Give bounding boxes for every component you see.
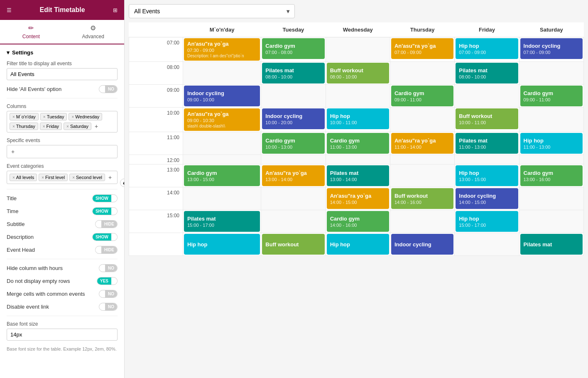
event-indoor-fri-14[interactable]: Indoor cycling 14:00 - 15:00 [456,188,518,209]
title-toggle[interactable]: SHOW [92,194,118,202]
specific-events-tags: + [7,145,118,158]
cell-wed-15: Cardio gym 14:00 - 16:00 [326,210,390,233]
event-pilates-tue-08[interactable]: Pilates mat 08:00 - 10:00 [262,63,324,83]
event-cardio-tue-07[interactable]: Cardio gym 07:00 - 08:00 [262,38,324,59]
subtitle-toggle[interactable]: HIDE [95,220,118,228]
event-title: Cardio gym [265,137,321,144]
event-buff-fri-10[interactable]: Buff workout 10:00 - 11:00 [456,108,518,129]
base-font-size-input[interactable] [7,329,118,341]
event-buff-tue-16[interactable]: Buff workout [262,234,324,255]
event-title: Cardio gym [524,90,579,96]
event-anasura-tue-13[interactable]: An'asu"ra yo`ga 13:00 - 14:00 [262,165,324,186]
event-title: An'asu"ra yo`ga [330,193,386,199]
event-anasura-mon-10[interactable]: An'asu"ra yo`ga 09:00 - 10:30 slash\ dou… [184,108,260,131]
tag-tuesday-label: Tuesday [47,114,64,119]
grid-icon[interactable]: ⊞ [113,7,118,13]
tag-wednesday-x[interactable]: × [71,115,74,119]
event-buff-wed-08[interactable]: Buff workout 08:00 - 10:00 [327,63,389,83]
tag-monday[interactable]: × M`o'n'day [10,113,39,120]
event-indoor-tue-10[interactable]: Indoor cycling 10:00 - 20:00 [262,108,324,129]
hide-all-events-toggle[interactable]: NO [99,85,118,93]
event-hiphop-mon-16[interactable]: Hip hop [184,234,260,255]
tag-all-levels-x[interactable]: × [12,175,15,180]
disable-event-link-row: Disable event link NO [7,303,118,311]
tag-thursday[interactable]: × Thursday [10,123,38,130]
event-hiphop-fri-15[interactable]: Hip hop 15:00 - 17:00 [456,211,518,232]
base-font-size-label: Base font size [7,321,118,327]
tag-saturday-x[interactable]: × [66,124,69,129]
event-indoor-thu-16[interactable]: Indoor cycling [391,234,453,255]
table-row: 07:00 An'asu"ra yo`ga 07:30 - 09:00 Desc… [129,37,584,62]
tab-content[interactable]: ✏ Content [0,20,62,44]
event-cardio-tue-11[interactable]: Cardio gym 10:00 - 13:00 [262,133,324,154]
event-title: Indoor cycling [459,193,514,199]
no-label3: NO [105,303,117,310]
event-hiphop-fri-13[interactable]: Hip hop 13:00 - 15:00 [456,165,518,186]
tag-tuesday-x[interactable]: × [43,115,46,119]
header-saturday: Saturday [519,22,583,37]
event-head-toggle[interactable]: HIDE [95,246,118,254]
event-anasura-thu-11[interactable]: An'asu"ra yo`ga 11:00 - 14:00 [391,133,453,154]
merge-cells-toggle[interactable]: NO [99,290,118,298]
event-time: 14:00 - 16:00 [394,200,450,205]
tag-second-level[interactable]: × Second level [69,174,105,181]
event-hiphop-fri-07[interactable]: Hip hop 07:00 - 09:00 [456,38,518,59]
tag-all-levels[interactable]: × All levels [10,174,37,181]
tag-first-level[interactable]: × First level [39,174,68,181]
hide-col-hours-row: Hide column with hours NO [7,264,118,272]
event-cardio-sat-09[interactable]: Cardio gym 09:00 - 11:00 [520,86,583,106]
event-anasura-wed-14[interactable]: An'asu"ra yo`ga 14:00 - 15:00 [327,188,389,209]
tag-first-level-x[interactable]: × [42,175,44,180]
tag-saturday[interactable]: × Saturday [64,123,91,130]
event-pilates-sat-16[interactable]: Pilates mat [520,234,583,255]
columns-add-button[interactable]: + [93,122,100,130]
event-pilates-fri-08[interactable]: Pilates mat 08:00 - 10:00 [456,63,518,83]
tag-thursday-x[interactable]: × [12,124,15,129]
hamburger-icon[interactable]: ☰ [7,7,12,13]
filter-select[interactable]: All Events [129,4,295,18]
event-head-toggle-row: Event Head HIDE [7,246,118,254]
tag-second-level-x[interactable]: × [72,175,75,180]
tag-tuesday[interactable]: × Tuesday [40,113,67,120]
event-cardio-thu-09[interactable]: Cardio gym 09:00 - 11:00 [391,86,453,106]
cell-sat-11: Hip hop 11:00 - 13:00 [519,132,583,155]
event-pilates-mon-15[interactable]: Pilates mat 15:00 - 17:00 [184,211,260,232]
event-indoor-mon-09[interactable]: Indoor cycling 09:00 - 10:00 [184,86,260,106]
event-hiphop-sat-11[interactable]: Hip hop 11:00 - 13:00 [520,133,583,154]
event-buff-thu-14[interactable]: Buff workout 14:00 - 16:00 [391,188,453,209]
event-cardio-mon-13[interactable]: Cardio gym 13:00 - 15:00 [184,165,260,186]
disable-event-link-toggle[interactable]: NO [99,303,118,311]
event-cardio-wed-11[interactable]: Cardio gym 11:00 - 13:00 [327,133,389,154]
title-label: Title [7,195,17,201]
event-cardio-wed-15[interactable]: Cardio gym 14:00 - 16:00 [327,211,389,232]
cell-sat-13: Cardio gym 13:00 - 16:00 [519,164,583,187]
tag-wednesday-label: Wednesday [75,114,99,119]
time-toggle[interactable]: SHOW [92,207,118,215]
event-hiphop-wed-16[interactable]: Hip hop [327,234,389,255]
description-toggle[interactable]: SHOW [92,233,118,241]
event-title: An'asu"ra yo`ga [187,41,257,47]
event-hiphop-wed-10[interactable]: Hip hop 10:00 - 11:00 [327,108,389,129]
no-empty-rows-toggle[interactable]: YES [97,277,118,285]
filter-title-input[interactable] [7,68,118,80]
event-indoor-sat-07[interactable]: Indoor cycling 07:00 - 09:00 [520,38,583,59]
tag-x[interactable]: × [12,115,15,119]
event-title: Hip hop [187,241,257,248]
event-anasura-mon-07[interactable]: An'asu"ra yo`ga 07:30 - 09:00 Descriptio… [184,38,260,61]
tog-blank2 [96,249,101,251]
tab-advanced[interactable]: ⚙ Advanced [62,20,125,44]
categories-add-button[interactable]: + [107,173,113,182]
event-time: 10:00 - 11:00 [459,120,514,125]
hide-col-hours-toggle[interactable]: NO [99,264,118,272]
timetable-header: All Events ▼ [129,4,584,18]
tag-friday-x[interactable]: × [43,124,45,129]
tag-friday[interactable]: × Friday [40,123,62,130]
main-content: All Events ▼ M`o'n'day Tuesday Wednesday… [125,0,588,378]
event-pilates-wed-13[interactable]: Pilates mat 13:00 - 14:00 [327,165,389,186]
event-anasura-thu-07[interactable]: An'asu"ra yo`ga 07:00 - 09:00 [391,38,453,59]
specific-events-add-button[interactable]: + [10,147,16,156]
event-pilates-fri-11[interactable]: Pilates mat 11:00 - 13:00 [456,133,518,154]
settings-section-header[interactable]: ▾ Settings [7,49,118,56]
event-cardio-sat-13[interactable]: Cardio gym 13:00 - 16:00 [520,165,583,186]
tag-wednesday[interactable]: × Wednesday [69,113,102,120]
